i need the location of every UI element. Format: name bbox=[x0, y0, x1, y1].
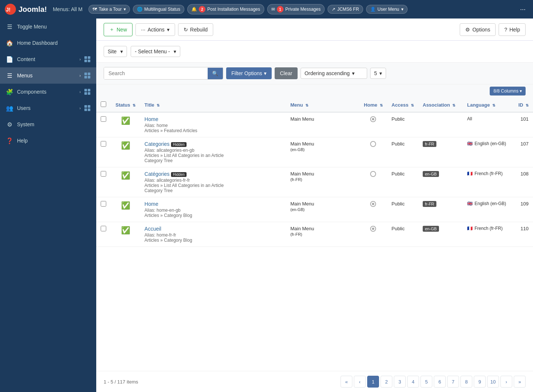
status-col-header[interactable]: Status ⇅ bbox=[111, 98, 140, 112]
rebuild-button[interactable]: ↻ Rebuild bbox=[178, 23, 213, 36]
page-3-button[interactable]: 3 bbox=[394, 376, 406, 388]
toggle-menu-icon: ☰ bbox=[6, 23, 13, 30]
flag-icon: 🇫🇷 bbox=[467, 171, 473, 176]
row-checkbox[interactable] bbox=[101, 226, 106, 231]
page-8-button[interactable]: 8 bbox=[460, 376, 472, 388]
site-select[interactable]: Site ▾ bbox=[104, 46, 127, 57]
menu-col-header[interactable]: Menu ⇅ bbox=[286, 98, 359, 112]
title-col-header[interactable]: Title ⇅ bbox=[140, 98, 286, 112]
item-title-link[interactable]: Accueil bbox=[144, 226, 161, 232]
language-value: 🇫🇷 French (fr-FR) bbox=[467, 171, 506, 176]
topbar-user-menu[interactable]: 👤 User Menu ▾ bbox=[366, 5, 408, 14]
row-id: 107 bbox=[520, 141, 529, 147]
page-9-button[interactable]: 9 bbox=[474, 376, 486, 388]
filter-options-button[interactable]: Filter Options ▾ bbox=[226, 67, 272, 79]
page-10-button[interactable]: 10 bbox=[487, 376, 499, 388]
topbar-private-msg[interactable]: ✉ 1 Private Messages bbox=[267, 4, 325, 14]
item-title-link[interactable]: Categories bbox=[144, 141, 170, 147]
published-icon[interactable]: ✅ bbox=[121, 171, 130, 180]
next-page-button[interactable]: › bbox=[500, 376, 512, 388]
language-value: All bbox=[467, 116, 506, 121]
association-badge[interactable]: en-GB bbox=[423, 226, 439, 232]
clear-button[interactable]: Clear bbox=[275, 67, 297, 79]
access-col-label: Access bbox=[392, 102, 409, 108]
columns-button[interactable]: 8/8 Columns ▾ bbox=[490, 87, 526, 96]
user-menu-arrow-icon: ▾ bbox=[401, 7, 403, 12]
menu-items-table: Status ⇅ Title ⇅ Menu ⇅ Home bbox=[96, 98, 533, 247]
sidebar-item-system[interactable]: ⚙ System bbox=[0, 116, 96, 133]
id-col-header[interactable]: ID ⇅ bbox=[511, 98, 533, 112]
options-button[interactable]: ⚙ Options bbox=[460, 23, 496, 36]
first-page-button[interactable]: « bbox=[341, 376, 352, 388]
menu-name: Main Menu bbox=[290, 171, 314, 177]
home-radio[interactable] bbox=[370, 141, 376, 147]
topbar-tour[interactable]: 🗺 Take a Tour ▾ bbox=[88, 5, 130, 14]
home-radio-active[interactable] bbox=[370, 201, 376, 207]
sidebar-item-menus[interactable]: ☰ Menus › bbox=[0, 67, 96, 84]
perpage-select[interactable]: 5 ▾ bbox=[370, 68, 386, 79]
association-col-header[interactable]: Association ⇅ bbox=[418, 98, 463, 112]
home-radio-active[interactable] bbox=[370, 116, 376, 122]
sidebar-item-components[interactable]: 🧩 Components › bbox=[0, 84, 96, 100]
topbar-multilingual[interactable]: 🌐 Multilingual Status bbox=[133, 5, 184, 14]
page-6-button[interactable]: 6 bbox=[434, 376, 446, 388]
ordering-select[interactable]: Ordering ascending ▾ bbox=[301, 68, 367, 79]
sidebar-item-users[interactable]: 👥 Users › bbox=[0, 100, 96, 116]
association-badge[interactable]: en-GB bbox=[423, 171, 439, 177]
page-4-button[interactable]: 4 bbox=[407, 376, 419, 388]
published-icon[interactable]: ✅ bbox=[121, 201, 130, 210]
menu-lang: (en-GB) bbox=[290, 207, 305, 212]
published-icon[interactable]: ✅ bbox=[121, 141, 130, 150]
row-checkbox[interactable] bbox=[101, 171, 106, 177]
actions-button[interactable]: ··· Actions ▾ bbox=[135, 23, 175, 36]
topbar-more-icon[interactable]: ··· bbox=[517, 4, 529, 15]
menu-lang: (en-GB) bbox=[290, 147, 305, 152]
row-checkbox[interactable] bbox=[101, 201, 106, 207]
sidebar-item-content[interactable]: 📄 Content › bbox=[0, 51, 96, 67]
access-col-header[interactable]: Access ⇅ bbox=[387, 98, 418, 112]
association-badge[interactable]: fr-FR bbox=[423, 201, 436, 207]
sidebar-item-home[interactable]: 🏠 Home Dashboard bbox=[0, 35, 96, 51]
topbar-post-install[interactable]: 🔔 2 Post Installation Messages bbox=[187, 4, 264, 14]
item-title-link[interactable]: Catégories bbox=[144, 171, 170, 177]
topbar-jcms6fr[interactable]: ↗ JCMS6 FR bbox=[328, 5, 363, 14]
sidebar-toggle-menu[interactable]: ☰ Toggle Menu bbox=[0, 19, 96, 35]
published-icon[interactable]: ✅ bbox=[121, 117, 130, 125]
private-msg-badge: 1 bbox=[277, 6, 284, 13]
page-2-button[interactable]: 2 bbox=[381, 376, 392, 388]
access-value: Public bbox=[392, 201, 405, 207]
home-radio[interactable] bbox=[370, 171, 376, 177]
prev-page-button[interactable]: ‹ bbox=[354, 376, 366, 388]
item-title-link[interactable]: Home bbox=[144, 201, 158, 207]
perpage-caret-icon: ▾ bbox=[379, 70, 382, 76]
search-input[interactable] bbox=[104, 67, 208, 79]
new-button[interactable]: ＋ New bbox=[104, 23, 133, 36]
home-cell bbox=[359, 112, 387, 137]
published-icon[interactable]: ✅ bbox=[121, 226, 130, 234]
last-page-button[interactable]: » bbox=[514, 376, 526, 388]
menu-select[interactable]: - Select Menu - ▾ bbox=[131, 46, 180, 57]
home-radio-active[interactable] bbox=[370, 226, 376, 232]
help-button[interactable]: ? Help bbox=[499, 23, 526, 36]
page-7-button[interactable]: 7 bbox=[447, 376, 459, 388]
content-grid-icon bbox=[84, 56, 90, 62]
item-title-link[interactable]: Home bbox=[144, 116, 158, 122]
association-badge[interactable]: fr-FR bbox=[423, 141, 436, 147]
system-icon: ⚙ bbox=[6, 121, 13, 128]
language-text: English (en-GB) bbox=[475, 201, 506, 206]
menu-name: Main Menu bbox=[290, 201, 314, 207]
search-submit-button[interactable]: 🔍 bbox=[208, 68, 223, 79]
language-col-header[interactable]: Language ⇅ bbox=[463, 98, 511, 112]
row-checkbox[interactable] bbox=[101, 141, 106, 147]
flag-icon: 🇫🇷 bbox=[467, 226, 473, 231]
logo[interactable]: J! Joomla! bbox=[4, 3, 47, 15]
sidebar-users-label: Users bbox=[17, 105, 76, 111]
page-5-button[interactable]: 5 bbox=[420, 376, 432, 388]
row-checkbox[interactable] bbox=[101, 116, 106, 122]
menus-grid-icon bbox=[84, 73, 90, 78]
page-1-button[interactable]: 1 bbox=[367, 376, 379, 388]
select-all-checkbox[interactable] bbox=[101, 101, 106, 107]
home-col-header[interactable]: Home ⇅ bbox=[359, 98, 387, 112]
sidebar-item-help[interactable]: ❓ Help bbox=[0, 133, 96, 149]
title-cell: Accueil Alias: home-fr-fr Articles » Cat… bbox=[140, 222, 286, 247]
